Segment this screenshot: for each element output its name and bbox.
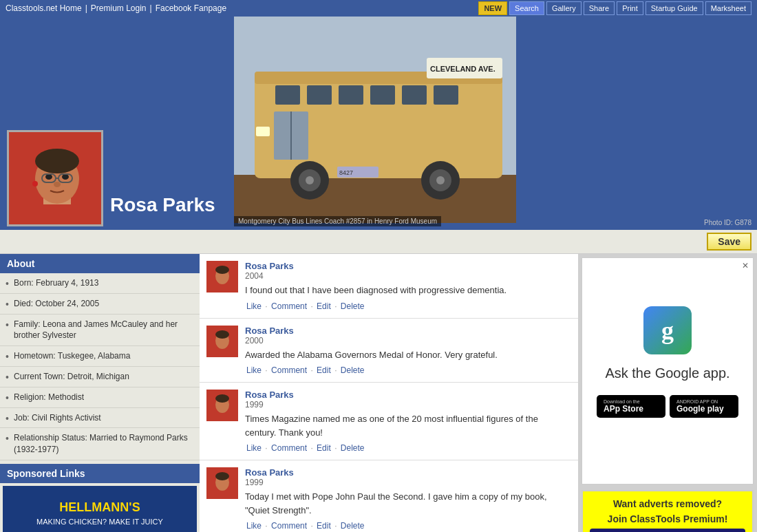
post-actions-3: Like · Comment · Edit · Delete: [245, 443, 571, 453]
svg-point-49: [215, 472, 229, 480]
post-name-2[interactable]: Rosa Parks: [245, 326, 571, 336]
svg-rect-38: [213, 286, 231, 292]
app-store-label: APp Store: [604, 404, 659, 414]
save-button-area: Save: [0, 230, 757, 254]
feed-post-1: Rosa Parks 2004 I found out that I have …: [200, 254, 578, 319]
download-label: Download on the: [604, 399, 659, 404]
post-like-2[interactable]: Like: [246, 365, 262, 375]
post-like-4[interactable]: Like: [246, 521, 262, 531]
post-delete-3[interactable]: Delete: [341, 443, 365, 453]
sponsored-header: Sponsored Links: [0, 464, 200, 483]
about-died: Died: October 24, 2005: [0, 294, 200, 315]
hero-bus-image: CLEVELAND AVE. 8427: [234, 17, 516, 223]
about-family: Family: Leona and James McCauley and her…: [0, 315, 200, 347]
post-text-1: I found out that I have been diagnosed w…: [245, 284, 571, 297]
hero-portrait: [7, 130, 103, 226]
svg-point-37: [215, 266, 229, 274]
post-like-3[interactable]: Like: [246, 443, 262, 453]
marksheet-button[interactable]: Marksheet: [705, 1, 751, 15]
promo-text-1: Want adverts removed?: [590, 498, 745, 509]
post-edit-1[interactable]: Edit: [317, 301, 331, 311]
post-avatar-1: [206, 261, 238, 292]
post-year-4: 1999: [245, 478, 571, 487]
svg-rect-8: [339, 85, 363, 105]
svg-rect-11: [434, 85, 458, 105]
google-icon: g: [643, 306, 692, 354]
post-year-3: 1999: [245, 400, 571, 409]
about-current-town: Current Town: Detroit, Michigan: [0, 367, 200, 387]
sponsored-ad[interactable]: HELLMANN'S MAKING CHICKEN? MAKE IT JUICY: [3, 486, 197, 532]
post-content-4: Rosa Parks 1999 Today I met with Pope Jo…: [245, 467, 571, 531]
svg-rect-9: [370, 85, 395, 105]
feed: Rosa Parks 2004 I found out that I have …: [200, 254, 578, 532]
post-delete-1[interactable]: Delete: [341, 301, 365, 311]
hero-caption: Montgomery City Bus Lines Coach #2857 in…: [234, 216, 441, 226]
home-link[interactable]: Classtools.net Home: [6, 3, 82, 13]
about-born: Born: February 4, 1913: [0, 273, 200, 294]
hero-section: CLEVELAND AVE. 8427 Montgomery C: [0, 17, 757, 230]
svg-point-26: [35, 149, 79, 173]
post-actions-1: Like · Comment · Edit · Delete: [245, 301, 571, 311]
post-edit-2[interactable]: Edit: [317, 365, 331, 375]
post-delete-4[interactable]: Delete: [341, 521, 365, 531]
feed-post-4: Rosa Parks 1999 Today I met with Pope Jo…: [200, 460, 578, 532]
svg-point-32: [54, 182, 61, 187]
svg-rect-20: [256, 127, 270, 136]
post-name-4[interactable]: Rosa Parks: [245, 467, 571, 478]
search-button[interactable]: Search: [509, 1, 544, 15]
svg-point-27: [45, 174, 52, 180]
startup-guide-button[interactable]: Startup Guide: [646, 1, 703, 15]
share-button[interactable]: Share: [584, 1, 615, 15]
promo-text-2: Join ClassTools Premium!: [590, 513, 745, 524]
ad-close-button[interactable]: ✕: [742, 261, 749, 270]
google-play-button[interactable]: ANDROID APP ON Google play: [670, 395, 738, 418]
app-store-buttons: Download on the APp Store ANDROID APP ON…: [589, 395, 746, 418]
post-comment-2[interactable]: Comment: [271, 365, 307, 375]
about-header: About: [0, 254, 200, 273]
topbar-right: NEW Search Gallery Share Print Startup G…: [478, 1, 751, 15]
sep1: |: [85, 3, 87, 13]
post-text-4: Today I met with Pope John Paul the Seco…: [245, 490, 571, 517]
hero-name: Rosa Parks: [110, 194, 215, 216]
gallery-button[interactable]: Gallery: [546, 1, 582, 15]
ad-brand: HELLMANN'S: [17, 500, 183, 515]
about-relationship: Relationship Status: Married to Raymond …: [0, 428, 200, 460]
new-button[interactable]: NEW: [478, 1, 507, 15]
svg-rect-46: [213, 414, 231, 421]
post-comment-4[interactable]: Comment: [271, 521, 307, 531]
post-comment-1[interactable]: Comment: [271, 301, 307, 311]
hero-photo-id: Photo ID: G878: [704, 219, 751, 226]
ad-tagline: Ask the Google app.: [589, 365, 746, 381]
save-button[interactable]: Save: [707, 233, 751, 251]
post-comment-3[interactable]: Comment: [271, 443, 307, 453]
svg-rect-7: [307, 85, 332, 105]
post-delete-2[interactable]: Delete: [341, 365, 365, 375]
svg-rect-10: [402, 85, 427, 105]
post-edit-3[interactable]: Edit: [317, 443, 331, 453]
svg-point-33: [32, 181, 38, 187]
post-avatar-4: [206, 467, 238, 499]
post-text-2: Awarded the Alabama Governors Medal of H…: [245, 348, 571, 362]
facebook-link[interactable]: Facebook Fanpage: [156, 3, 226, 13]
svg-point-45: [215, 394, 229, 403]
google-play-label: Google play: [676, 404, 732, 414]
svg-rect-6: [275, 85, 300, 105]
post-name-1[interactable]: Rosa Parks: [245, 261, 571, 271]
classtools-promo[interactable]: Want adverts removed? Join ClassTools Pr…: [582, 490, 754, 532]
print-button[interactable]: Print: [617, 1, 643, 15]
post-name-3[interactable]: Rosa Parks: [245, 390, 571, 400]
premium-link[interactable]: Premium Login: [91, 3, 147, 13]
sep2: |: [150, 3, 152, 13]
svg-point-16: [306, 176, 314, 184]
post-like-1[interactable]: Like: [246, 301, 262, 311]
svg-point-28: [62, 174, 69, 180]
apple-app-store-button[interactable]: Download on the APp Store: [597, 395, 665, 418]
svg-text:CLEVELAND AVE.: CLEVELAND AVE.: [430, 65, 495, 73]
about-job: Job: Civil Rights Activist: [0, 408, 200, 429]
post-edit-4[interactable]: Edit: [317, 521, 331, 531]
svg-rect-34: [30, 208, 85, 226]
ad-box: ✕ g Ask the Google app. Download on the …: [582, 257, 754, 485]
svg-rect-42: [213, 350, 231, 357]
right-column: ✕ g Ask the Google app. Download on the …: [578, 254, 757, 532]
feed-post-3: Rosa Parks 1999 Times Magazine named me …: [200, 383, 578, 460]
